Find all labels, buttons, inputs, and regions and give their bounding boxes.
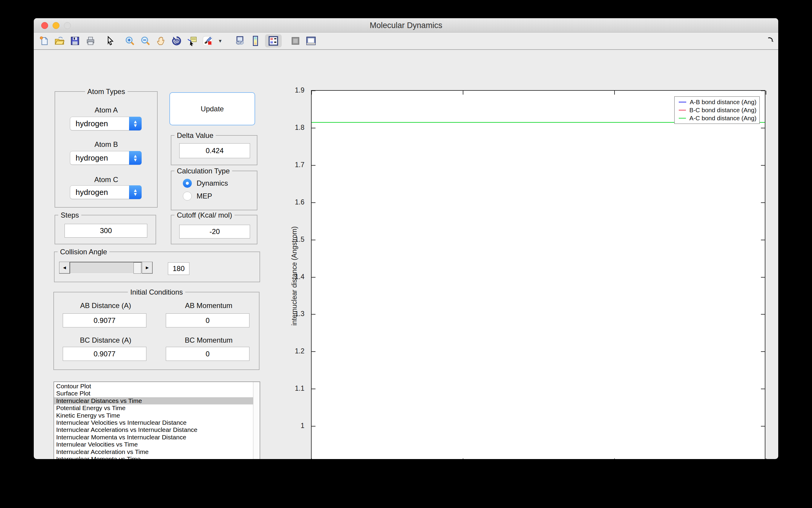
arrow-cursor-icon[interactable] — [104, 35, 116, 47]
atom-b-value: hydrogen — [70, 154, 129, 163]
colorbar-icon[interactable] — [249, 35, 261, 47]
dock-figure-icon[interactable] — [767, 36, 775, 46]
list-item[interactable]: Internuclear Velocities vs Internuclear … — [54, 419, 253, 426]
cutoff-title: Cutoff (Kcal/ mol) — [175, 211, 234, 219]
print-icon[interactable] — [84, 35, 96, 47]
list-item[interactable]: Contour Plot — [54, 383, 253, 390]
open-folder-icon[interactable] — [53, 35, 66, 47]
mep-radio-row[interactable]: MEP — [183, 192, 212, 201]
plot-axes[interactable] — [311, 90, 765, 459]
hide-plot-tools-icon[interactable] — [289, 35, 302, 47]
x-tick-mark — [766, 459, 766, 459]
list-item[interactable]: Internuclear Acceleration vs Time — [54, 448, 253, 456]
figure-content: Atom Types Atom A hydrogen ▲▼ Atom B hyd… — [34, 50, 778, 459]
calculation-type-title: Calculation Type — [175, 167, 232, 175]
mep-radio[interactable] — [183, 192, 192, 201]
list-item[interactable]: Internuclear Distances vs Time — [54, 397, 253, 405]
chevron-up-down-icon: ▲▼ — [129, 117, 142, 130]
cutoff-panel: Cutoff (Kcal/ mol) -20 — [171, 215, 258, 245]
slider-right-arrow[interactable]: ► — [142, 262, 153, 274]
atom-a-value: hydrogen — [70, 119, 129, 128]
y-tick-mark — [761, 389, 765, 389]
new-document-icon[interactable] — [38, 35, 50, 47]
initial-conditions-title: Initial Conditions — [128, 288, 185, 296]
save-icon[interactable] — [69, 35, 81, 47]
atom-c-dropdown[interactable]: hydrogen ▲▼ — [70, 185, 142, 199]
update-button[interactable]: Update — [169, 92, 255, 125]
pan-hand-icon[interactable] — [155, 35, 167, 47]
list-item[interactable]: Internuclear Momenta vs Time — [54, 456, 253, 459]
legend-row: A-C bond distance (Ang) — [679, 115, 757, 122]
y-axis-label: internuclear distance (Angstrom) — [291, 172, 299, 381]
ab-distance-field[interactable]: 0.9077 — [63, 313, 146, 328]
y-tick-mark — [312, 351, 315, 352]
y-tick-mark — [312, 426, 315, 426]
link-plots-icon[interactable] — [234, 35, 246, 47]
window-title: Molecular Dynamics — [34, 18, 778, 33]
bc-distance-label: BC Distance (A) — [54, 336, 157, 344]
rotate-3d-icon[interactable] — [170, 35, 183, 47]
show-plot-tools-icon[interactable] — [305, 35, 317, 47]
bc-distance-field[interactable]: 0.9077 — [63, 347, 146, 361]
mep-radio-label: MEP — [197, 192, 212, 200]
title-bar[interactable]: Molecular Dynamics — [34, 18, 778, 33]
slider-left-arrow[interactable]: ◄ — [59, 262, 70, 274]
y-tick-mark — [312, 165, 315, 166]
y-tick-mark — [761, 314, 765, 314]
y-tick-label: 1.7 — [277, 161, 304, 169]
y-tick-mark — [312, 389, 315, 389]
atom-b-dropdown[interactable]: hydrogen ▲▼ — [70, 151, 142, 165]
legend-entry-label: A-C bond distance (Ang) — [690, 115, 757, 122]
list-item[interactable]: Surface Plot — [54, 390, 253, 397]
atom-a-label: Atom A — [55, 106, 157, 114]
app-window: Molecular Dynamics — [34, 18, 778, 459]
plot-type-listbox[interactable]: Contour PlotSurface PlotInternuclear Dis… — [53, 381, 260, 459]
steps-field[interactable]: 300 — [65, 224, 147, 238]
dynamics-radio-row[interactable]: Dynamics — [183, 179, 228, 188]
cutoff-field[interactable]: -20 — [179, 225, 250, 239]
legend-button-active[interactable] — [265, 34, 282, 47]
legend-line-sample — [679, 118, 686, 119]
chevron-up-down-icon: ▲▼ — [129, 151, 142, 165]
x-tick-mark — [614, 459, 615, 459]
zoom-out-icon[interactable] — [140, 35, 151, 47]
y-tick-mark — [312, 277, 315, 278]
brush-dropdown-arrow-icon[interactable]: ▾ — [214, 35, 226, 47]
ab-distance-label: AB Distance (A) — [54, 301, 157, 310]
ab-momentum-field[interactable]: 0 — [166, 313, 249, 328]
list-item[interactable]: Potential Energy vs Time — [54, 405, 253, 412]
x-tick-mark — [311, 91, 312, 95]
plot-legend[interactable]: A-B bond distance (Ang)B-C bond distance… — [674, 96, 760, 124]
x-tick-mark — [463, 91, 463, 95]
delta-value-field[interactable]: 0.424 — [179, 143, 250, 158]
ab-momentum-label: AB Momentum — [157, 301, 260, 310]
atom-a-dropdown[interactable]: hydrogen ▲▼ — [70, 117, 142, 130]
data-cursor-icon[interactable] — [186, 35, 198, 47]
legend-icon — [267, 35, 279, 47]
y-tick-mark — [761, 165, 765, 166]
y-tick-label: 1.1 — [277, 384, 304, 392]
atom-types-panel: Atom Types Atom A hydrogen ▲▼ Atom B hyd… — [55, 91, 158, 208]
y-tick-mark — [761, 202, 765, 203]
list-item[interactable]: Kinetic Energy vs Time — [54, 412, 253, 419]
collision-angle-field[interactable]: 180 — [168, 262, 189, 275]
bc-momentum-field[interactable]: 0 — [166, 347, 249, 361]
brush-icon[interactable] — [202, 35, 214, 47]
slider-thumb[interactable] — [133, 262, 141, 274]
list-item[interactable]: Internuclear Accelerations vs Internucle… — [54, 426, 253, 433]
y-tick-mark — [761, 90, 765, 91]
listbox-scrollbar[interactable] — [253, 382, 260, 459]
atom-types-title: Atom Types — [85, 87, 127, 96]
collision-angle-slider[interactable]: ◄ ► — [59, 262, 153, 274]
list-item[interactable]: Internulear Velocities vs Time — [54, 441, 253, 448]
list-item[interactable]: Internuclear Momenta vs Internuclear Dis… — [54, 434, 253, 441]
x-tick-mark — [766, 91, 766, 95]
legend-row: B-C bond distance (Ang) — [679, 107, 757, 114]
initial-conditions-panel: Initial Conditions AB Distance (A) AB Mo… — [53, 292, 260, 370]
dynamics-radio[interactable] — [183, 179, 192, 188]
zoom-in-icon[interactable] — [124, 35, 136, 47]
slider-track[interactable] — [70, 262, 142, 274]
y-tick-mark — [761, 240, 765, 240]
steps-panel: Steps 300 — [55, 215, 156, 245]
delta-value-title: Delta Value — [175, 131, 216, 140]
